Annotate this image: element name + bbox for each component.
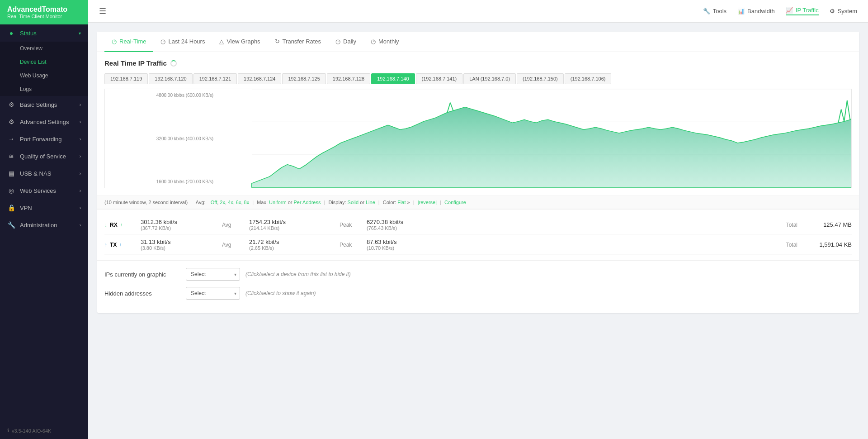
sidebar-item-logs[interactable]: Logs: [0, 82, 88, 96]
avg-8x[interactable]: 8x: [244, 200, 250, 205]
tab-view-graphs[interactable]: △ View Graphs: [212, 32, 267, 52]
topbar-ip-traffic[interactable]: 📈 IP Traffic: [786, 7, 819, 15]
hidden-select-wrapper: Select ▾: [186, 287, 240, 300]
sidebar-item-administration[interactable]: 🔧 Administration ›: [0, 216, 88, 234]
ip-tab-8[interactable]: (192.168.7.141): [416, 73, 463, 84]
avg-4x[interactable]: 4x: [228, 200, 233, 205]
tab-last-24-hours[interactable]: ◷ Last 24 Hours: [153, 32, 212, 52]
chevron-down-icon: ▾: [79, 31, 81, 36]
port-forwarding-icon: →: [7, 135, 15, 143]
sidebar-header[interactable]: AdvancedTomato Real-Time Client Monitor: [0, 0, 88, 24]
max-uniform[interactable]: Uniform: [269, 200, 287, 205]
y-label-3: 1600.00 kbit/s (200.00 KB/s): [107, 179, 213, 184]
reverse-link[interactable]: |reverse|: [418, 200, 437, 205]
color-flat[interactable]: Flat: [397, 200, 406, 205]
configure-link[interactable]: Configure: [444, 200, 466, 205]
ips-hint: (Click/select a device from this list to…: [245, 271, 351, 277]
topbar-tools[interactable]: 🔧 Tools: [703, 8, 726, 14]
ip-tab-9[interactable]: LAN (192.168.7.0): [463, 73, 516, 84]
topbar-right: 🔧 Tools 📊 Bandwidth 📈 IP Traffic ⚙ Syste…: [703, 7, 857, 15]
chevron-right-icon-adv: ›: [80, 119, 81, 124]
topbar-system[interactable]: ⚙ System: [830, 8, 857, 14]
tab-monthly[interactable]: ◷ Monthly: [363, 32, 406, 52]
chevron-right-icon-qos: ›: [80, 154, 81, 159]
avg-6x[interactable]: 6x: [236, 200, 241, 205]
sidebar-item-web-services[interactable]: ◎ Web Services ›: [0, 182, 88, 199]
chart-y-labels: 4800.00 kbit/s (600.00 KB/s) 3200.00 kbi…: [105, 89, 217, 188]
ip-tab-11[interactable]: (192.168.7.106): [565, 73, 612, 84]
sidebar-label-usb-nas: USB & NAS: [20, 170, 51, 177]
ip-tab-4[interactable]: 192.168.7.124: [238, 73, 281, 84]
tx-avg: 21.72 kbit/s (2.65 KB/s): [249, 239, 340, 251]
sidebar-submenu-status: Overview Device List Web Usage Logs: [0, 42, 88, 96]
app-subtitle: Real-Time Client Monitor: [7, 14, 81, 19]
stats-section: ↓ RX ↑ 3012.36 kbit/s (367.72 KB/s) Avg …: [97, 209, 859, 260]
ip-tab-7[interactable]: 192.168.7.140: [371, 73, 415, 84]
or-text: or: [288, 200, 294, 205]
ip-tab-6[interactable]: 192.168.7.128: [327, 73, 370, 84]
topbar-bandwidth[interactable]: 📊 Bandwidth: [737, 8, 775, 14]
hidden-control-row: Hidden addresses Select ▾ (Click/select …: [104, 287, 852, 300]
avg-off[interactable]: Off: [211, 200, 217, 205]
avg-label: Avg:: [196, 200, 206, 205]
tab-real-time[interactable]: ◷ Real-Time: [104, 32, 153, 52]
ips-label: IPs currently on graphic: [104, 271, 186, 278]
info-icon: ℹ: [7, 428, 9, 434]
max-label: Max:: [257, 200, 268, 205]
tab-transfer-rates[interactable]: ↻ Transfer Rates: [268, 32, 329, 52]
sidebar-item-basic-settings[interactable]: ⚙ Basic Settings ›: [0, 96, 88, 113]
sidebar-item-advanced-settings[interactable]: ⚙ Advanced Settings ›: [0, 113, 88, 130]
ip-tab-2[interactable]: 192.168.7.120: [149, 73, 192, 84]
sidebar-item-port-forwarding[interactable]: → Port Forwarding ›: [0, 130, 88, 148]
last24-tab-icon: ◷: [160, 38, 165, 45]
ip-tab-5[interactable]: 192.168.7.125: [282, 73, 326, 84]
sidebar-label-basic-settings: Basic Settings: [20, 101, 57, 108]
hidden-hint: (Click/select to show it again): [245, 290, 316, 296]
ips-select-wrapper: Select ▾: [186, 268, 240, 281]
display-solid[interactable]: Solid: [348, 200, 359, 205]
tab-daily[interactable]: ◷ Daily: [328, 32, 363, 52]
sidebar-item-overview[interactable]: Overview: [0, 42, 88, 55]
display-line[interactable]: Line: [366, 200, 375, 205]
tab-bar: ◷ Real-Time ◷ Last 24 Hours △ View Graph…: [97, 32, 859, 52]
topbar-left: ☰: [99, 6, 106, 16]
status-icon: ●: [7, 29, 15, 37]
sidebar-label-vpn: VPN: [20, 205, 32, 211]
ip-tabs: 192.168.7.119 192.168.7.120 192.168.7.12…: [104, 73, 852, 84]
window-info: (10 minute window, 2 second interval): [104, 200, 188, 205]
sidebar-item-device-list[interactable]: Device List: [0, 55, 88, 69]
ip-tab-3[interactable]: 192.168.7.121: [193, 73, 237, 84]
sidebar-item-usb-nas[interactable]: ▤ USB & NAS ›: [0, 165, 88, 182]
y-label-1: 4800.00 kbit/s (600.00 KB/s): [107, 93, 213, 98]
bandwidth-icon: 📊: [737, 8, 745, 14]
real-time-tab-icon: ◷: [112, 38, 117, 45]
sidebar-item-status[interactable]: ● Status ▾: [0, 24, 88, 42]
info-bar: (10 minute window, 2 second interval) - …: [97, 196, 859, 209]
sidebar-footer: ℹ v3.5-140 AIO-64K: [0, 422, 88, 439]
sidebar-label-port-forwarding: Port Forwarding: [20, 136, 61, 143]
avg-2x[interactable]: 2x: [220, 200, 225, 205]
tx-arrow-up: ↑: [119, 242, 122, 247]
hamburger-button[interactable]: ☰: [99, 6, 106, 16]
ip-tab-10[interactable]: (192.168.7.150): [517, 73, 564, 84]
sidebar-label-status: Status: [20, 30, 37, 37]
display-label: Display:: [328, 200, 346, 205]
ip-tab-1[interactable]: 192.168.7.119: [104, 73, 148, 84]
chevron-right-icon: ›: [80, 102, 81, 107]
max-per-address[interactable]: Per Address: [294, 200, 321, 205]
sidebar-item-web-usage[interactable]: Web Usage: [0, 69, 88, 82]
ip-traffic-label: IP Traffic: [796, 7, 819, 14]
ips-select[interactable]: Select: [186, 268, 240, 281]
sidebar-item-qos[interactable]: ≋ Quality of Service ›: [0, 148, 88, 165]
topbar: ☰ 🔧 Tools 📊 Bandwidth 📈 IP Traffic ⚙ Sys…: [88, 0, 868, 23]
sidebar-item-vpn[interactable]: 🔒 VPN ›: [0, 199, 88, 216]
rx-label: ↓ RX ↑: [104, 222, 141, 228]
ips-control-row: IPs currently on graphic Select ▾ (Click…: [104, 268, 852, 281]
transfer-rates-tab-icon: ↻: [275, 38, 280, 45]
view-graphs-tab-icon: △: [219, 38, 224, 45]
hidden-select[interactable]: Select: [186, 287, 240, 300]
chevron-right-icon-ws: ›: [80, 188, 81, 193]
loading-spinner: [170, 60, 177, 67]
basic-settings-icon: ⚙: [7, 101, 15, 108]
system-label: System: [838, 8, 857, 14]
